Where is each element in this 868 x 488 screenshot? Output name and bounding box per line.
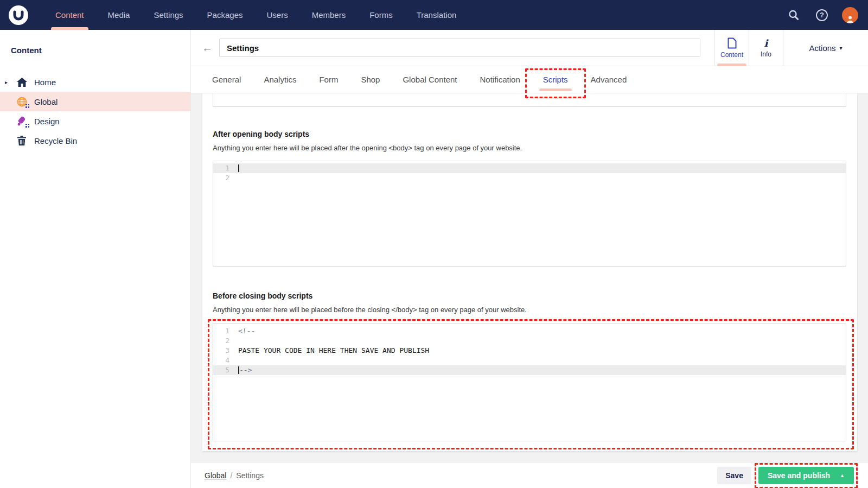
code-line[interactable]: 3 PASTE YOUR CODE IN HERE THEN SAVE AND …: [213, 346, 846, 356]
person-icon: [846, 15, 854, 23]
breadcrumb-separator: /: [230, 471, 232, 480]
chevron-down-icon: ▾: [840, 45, 843, 51]
nav-label: Settings: [154, 10, 183, 20]
tab-advanced[interactable]: Advanced: [579, 66, 639, 93]
tree-item-label: Global: [34, 97, 58, 106]
chevron-up-icon[interactable]: ▲: [840, 473, 845, 478]
section-heading-after-opening: After opening body scripts: [213, 130, 846, 138]
document-icon: [727, 37, 737, 49]
nav-item-media[interactable]: Media: [96, 0, 142, 30]
nav-label: Content: [55, 10, 84, 20]
code-text: <!--: [238, 326, 255, 336]
nav-item-settings[interactable]: Settings: [142, 0, 195, 30]
code-line[interactable]: 5 -->: [213, 365, 846, 375]
save-and-publish-button[interactable]: Save and publish ▲: [758, 467, 854, 484]
back-arrow-icon[interactable]: ←: [202, 42, 213, 53]
tab-label: Advanced: [591, 75, 627, 84]
actions-label: Actions: [809, 43, 835, 53]
code-editor-partial[interactable]: [213, 93, 846, 107]
nav-label: Forms: [369, 10, 393, 20]
top-nav: Content Media Settings Packages Users Me…: [0, 0, 868, 30]
code-text: PASTE YOUR CODE IN HERE THEN SAVE AND PU…: [238, 346, 429, 356]
editor-header: ← Content i Info Actions ▾: [191, 30, 868, 66]
footer-buttons: Save Save and publish ▲: [717, 467, 854, 484]
tab-form[interactable]: Form: [308, 66, 349, 93]
app-tab-info[interactable]: i Info: [749, 30, 783, 66]
tab-label: Global Content: [403, 75, 457, 84]
top-nav-sections: Content Media Settings Packages Users Me…: [43, 0, 468, 30]
home-icon: [16, 78, 27, 87]
tab-global-content[interactable]: Global Content: [391, 66, 468, 93]
line-number: 2: [213, 173, 229, 183]
code-line[interactable]: 4: [213, 356, 846, 365]
nav-label: Translation: [417, 10, 457, 20]
umbraco-u-icon: [12, 9, 24, 21]
nav-item-forms[interactable]: Forms: [358, 0, 405, 30]
code-editor-before-closing-body[interactable]: 1 <!-- 2 3 PASTE YOUR CODE IN HERE THEN …: [213, 324, 846, 441]
section-heading-before-closing: Before closing body scripts: [213, 291, 846, 300]
top-nav-right: ?: [786, 0, 868, 30]
code-line[interactable]: 1: [213, 163, 846, 173]
nav-item-translation[interactable]: Translation: [405, 0, 469, 30]
tab-notification[interactable]: Notification: [469, 66, 532, 93]
nav-item-content[interactable]: Content: [43, 0, 96, 30]
breadcrumb-link-global[interactable]: Global: [205, 471, 226, 480]
active-underline: [51, 27, 88, 30]
line-number: 4: [213, 356, 229, 365]
save-button[interactable]: Save: [717, 467, 751, 484]
doc-type-dots: [25, 124, 29, 128]
doc-type-dots: [25, 104, 29, 108]
actions-dropdown[interactable]: Actions ▾: [783, 30, 868, 66]
tab-label: Notification: [480, 75, 520, 84]
text-cursor: [238, 164, 239, 172]
active-underline: [539, 88, 572, 91]
app-tab-label: Info: [761, 50, 771, 58]
code-line[interactable]: 2: [213, 336, 846, 346]
breadcrumb: Global / Settings: [205, 471, 264, 480]
nav-label: Packages: [207, 10, 243, 20]
tree-item-label: Home: [34, 78, 56, 87]
node-title-input[interactable]: [219, 39, 700, 57]
section-description: Anything you enter here will be placed b…: [213, 306, 846, 314]
code-line[interactable]: 2: [213, 173, 846, 183]
trash-icon: [16, 136, 27, 145]
content-card: After opening body scripts Anything you …: [202, 93, 857, 451]
code-editor-after-opening-body[interactable]: 1 2: [213, 161, 846, 267]
user-avatar[interactable]: [842, 7, 858, 23]
nav-item-members[interactable]: Members: [300, 0, 358, 30]
tab-content-scroll-area[interactable]: After opening body scripts Anything you …: [191, 93, 868, 462]
nav-label: Members: [312, 10, 346, 20]
globe-icon: [16, 97, 27, 107]
search-icon[interactable]: [786, 7, 802, 23]
code-text: -->: [239, 365, 252, 375]
editor-footer: Global / Settings Save Save and publish …: [191, 462, 868, 488]
nav-item-packages[interactable]: Packages: [195, 0, 255, 30]
tab-analytics[interactable]: Analytics: [252, 66, 308, 93]
tab-shop[interactable]: Shop: [349, 66, 391, 93]
section-description: Anything you enter here will be placed a…: [213, 144, 846, 152]
line-number: 5: [213, 365, 229, 375]
line-number: 1: [213, 326, 229, 336]
tab-label: Form: [319, 75, 338, 84]
info-icon: i: [764, 39, 768, 48]
help-glyph: ?: [816, 9, 828, 21]
tree-item-label: Recycle Bin: [34, 136, 77, 145]
settings-tab-bar: General Analytics Form Shop Global Conte…: [191, 66, 868, 93]
expand-caret-icon[interactable]: ▸: [5, 79, 8, 85]
tree-item-design[interactable]: Design: [0, 111, 190, 131]
tree-item-global[interactable]: Global: [0, 92, 190, 111]
app-tab-content[interactable]: Content: [714, 30, 749, 66]
tree-item-recycle-bin[interactable]: Recycle Bin: [0, 131, 190, 150]
code-line[interactable]: 1 <!--: [213, 326, 846, 336]
design-icon: [16, 116, 27, 126]
save-publish-label: Save and publish: [768, 471, 830, 480]
sidebar-title: Content: [0, 46, 190, 55]
help-icon[interactable]: ?: [814, 7, 830, 23]
tab-general[interactable]: General: [201, 66, 252, 93]
umbraco-logo[interactable]: [9, 5, 28, 25]
tab-scripts[interactable]: Scripts: [532, 66, 579, 93]
tree-item-home[interactable]: ▸ Home: [0, 72, 190, 92]
nav-item-users[interactable]: Users: [254, 0, 299, 30]
tree-item-label: Design: [34, 117, 60, 126]
tab-label: Scripts: [543, 75, 568, 84]
